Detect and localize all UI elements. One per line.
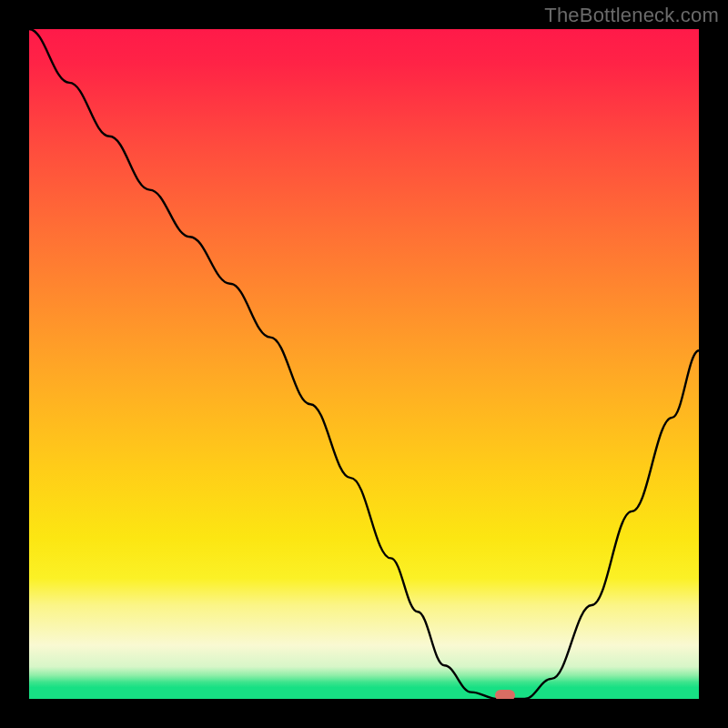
- watermark-label: TheBottleneck.com: [544, 4, 719, 27]
- plot-area: [29, 29, 699, 699]
- bottleneck-curve: [29, 29, 699, 699]
- curve-layer: [29, 29, 699, 699]
- chart-frame: TheBottleneck.com: [0, 0, 728, 728]
- optimum-marker: [495, 690, 515, 699]
